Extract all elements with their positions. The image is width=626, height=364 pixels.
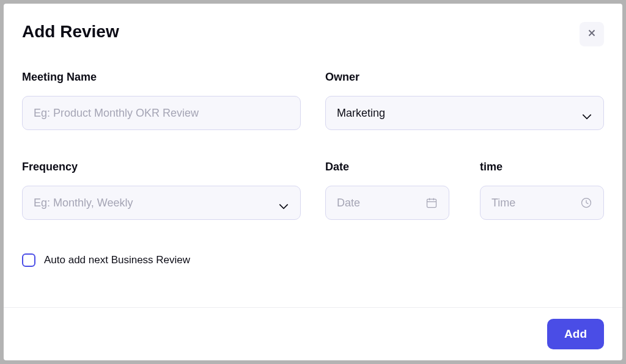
time-placeholder: Time [492,197,515,209]
svg-line-6 [586,203,588,204]
time-input[interactable]: Time [480,186,604,220]
modal-header: Add Review [22,22,604,46]
chevron-down-icon [278,200,289,206]
date-input[interactable]: Date [325,186,449,220]
add-review-modal: Add Review Meeting Name Owner Marketing [4,4,622,360]
svg-rect-0 [427,199,436,207]
calendar-icon [425,197,438,209]
date-time-row: Date Date time Time [325,161,604,220]
time-label: time [480,161,604,173]
frequency-select[interactable]: Eg: Monthly, Weekly [22,186,301,220]
owner-value: Marketing [337,107,385,120]
frequency-label: Frequency [22,161,301,173]
clock-icon [580,197,592,209]
auto-add-row: Auto add next Business Review [22,253,604,267]
owner-label: Owner [325,71,604,84]
modal-content: Add Review Meeting Name Owner Marketing [4,4,622,307]
date-placeholder: Date [337,197,360,209]
chevron-down-icon [581,110,592,116]
time-field: time Time [480,161,604,220]
auto-add-checkbox[interactable] [22,253,35,267]
close-button[interactable] [580,22,604,46]
add-button[interactable]: Add [547,319,604,349]
close-icon [586,27,597,42]
modal-title: Add Review [22,22,119,42]
frequency-field: Frequency Eg: Monthly, Weekly [22,161,301,220]
meeting-name-field: Meeting Name [22,71,301,130]
owner-field: Owner Marketing [325,71,604,130]
meeting-name-label: Meeting Name [22,71,301,84]
form-grid: Meeting Name Owner Marketing Frequency [22,71,604,220]
frequency-placeholder: Eg: Monthly, Weekly [34,197,133,209]
modal-footer: Add [4,307,622,360]
owner-select[interactable]: Marketing [325,96,604,130]
date-label: Date [325,161,449,173]
auto-add-label: Auto add next Business Review [44,254,190,266]
date-field: Date Date [325,161,449,220]
meeting-name-input[interactable] [22,96,301,130]
